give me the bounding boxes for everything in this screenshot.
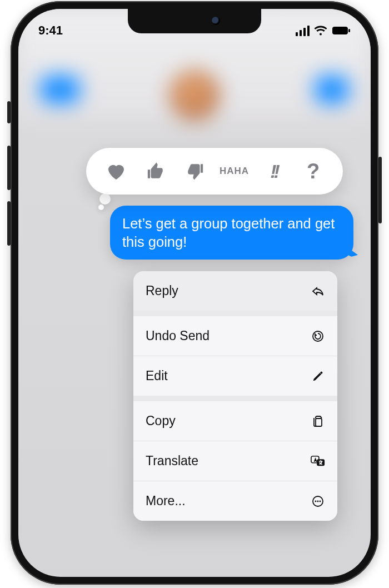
tapback-bar: HA HA !! ? — [86, 148, 343, 195]
menu-item-undo-send-label: Undo Send — [146, 328, 210, 343]
menu-item-edit[interactable]: Edit — [133, 356, 337, 396]
menu-item-reply[interactable]: Reply — [133, 271, 337, 311]
menu-item-translate[interactable]: Translate — [133, 441, 337, 481]
reply-arrow-icon — [311, 284, 325, 298]
menu-item-more[interactable]: More... — [133, 481, 337, 521]
phone-frame: 9:41 — [11, 1, 378, 585]
menu-item-more-label: More... — [146, 494, 186, 509]
front-camera — [212, 17, 220, 25]
status-right — [296, 25, 351, 36]
tapback-tail — [99, 193, 117, 211]
tapback-haha[interactable]: HA HA — [222, 158, 247, 184]
selected-message-bubble[interactable]: Let’s get a group together and get this … — [110, 206, 353, 260]
tapback-haha-bot: HA — [235, 167, 250, 175]
tapback-haha-top: HA — [220, 167, 235, 175]
menu-item-edit-label: Edit — [146, 368, 168, 383]
wifi-icon — [314, 25, 327, 36]
svg-rect-1 — [348, 29, 350, 32]
svg-rect-3 — [316, 418, 322, 426]
svg-point-9 — [320, 500, 321, 502]
pencil-icon — [311, 369, 325, 383]
svg-point-8 — [317, 500, 319, 502]
menu-item-undo-send[interactable]: Undo Send — [133, 316, 337, 356]
svg-point-7 — [315, 500, 317, 502]
tapback-emphasize[interactable]: !! — [261, 158, 287, 184]
tapback-heart[interactable] — [103, 158, 129, 184]
svg-point-2 — [313, 331, 323, 341]
menu-item-copy-label: Copy — [146, 413, 176, 428]
svg-rect-0 — [332, 27, 348, 34]
undo-send-icon — [311, 329, 325, 343]
tapback-thumbs-up[interactable] — [143, 158, 168, 184]
menu-item-copy[interactable]: Copy — [133, 401, 337, 441]
copy-icon — [311, 414, 325, 428]
screen: 9:41 — [18, 9, 371, 577]
svg-rect-5 — [317, 459, 325, 466]
tapback-thumbs-down[interactable] — [182, 158, 208, 184]
notch — [128, 9, 261, 33]
message-context-menu: Reply Undo Send Edit Copy — [133, 271, 337, 521]
tapback-question[interactable]: ? — [301, 158, 326, 184]
cellular-signal-icon — [296, 26, 310, 36]
battery-icon — [332, 26, 351, 35]
more-ellipsis-icon — [311, 494, 325, 509]
menu-item-translate-label: Translate — [146, 454, 198, 469]
status-time: 9:41 — [38, 23, 63, 38]
menu-item-reply-label: Reply — [146, 283, 178, 298]
translate-icon — [311, 454, 325, 469]
message-text: Let’s get a group together and get this … — [122, 216, 335, 250]
